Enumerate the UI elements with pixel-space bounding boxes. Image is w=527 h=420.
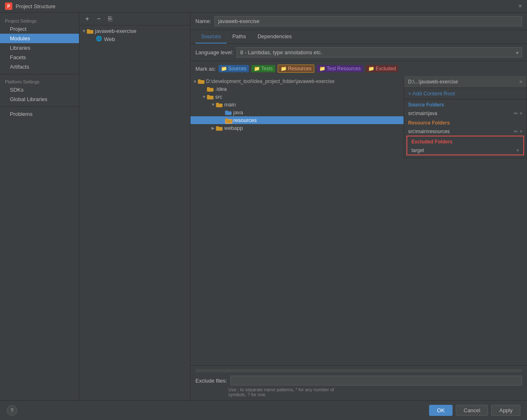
mark-as-label: Mark as:	[195, 66, 216, 72]
cancel-button[interactable]: Cancel	[456, 405, 488, 416]
source-entry-actions: ✏ ×	[514, 111, 522, 116]
sidebar-divider-2	[0, 106, 79, 107]
copy-module-button[interactable]: ⎘	[106, 14, 115, 23]
tree-item-web[interactable]: 🌐 Web	[79, 35, 190, 43]
name-input[interactable]	[214, 16, 522, 26]
bottom-bar: Exclude files: Use ; to separate name pa…	[190, 365, 527, 400]
sidebar-item-sdks[interactable]: SDKs	[0, 85, 79, 95]
project-settings-section: Project Settings	[0, 16, 79, 24]
module-tree-area: ▼ javaweb-exercise 🌐 Web	[79, 25, 190, 400]
remove-module-button[interactable]: −	[94, 14, 103, 23]
sidebar-item-problems[interactable]: Problems	[0, 109, 79, 119]
add-module-button[interactable]: +	[83, 14, 92, 23]
sidebar-item-libraries[interactable]: Libraries	[0, 43, 79, 53]
exclude-row: Exclude files:	[195, 376, 522, 385]
window-title: Project Structure	[16, 3, 56, 9]
java-folder-icon	[225, 110, 232, 115]
dialog-footer: ? OK Cancel Apply	[0, 400, 527, 420]
root-collapse-icon: ▼	[192, 79, 198, 84]
excluded-folders-box: Excluded Folders target ×	[406, 136, 524, 155]
mark-as-row: Mark as: 📁 Sources 📁 Tests 📁 Resources 📁…	[190, 61, 527, 76]
popup-header: D:\...\javaweb-exercise ×	[404, 76, 527, 88]
folder-icon	[87, 29, 93, 34]
resource-folders-entry: src\main\resources ✏ ×	[404, 127, 527, 136]
tests-folder-icon: 📁	[254, 66, 260, 72]
badge-sources[interactable]: 📁 Sources	[218, 65, 249, 72]
root-folder-icon	[198, 79, 204, 84]
tree-toolbar: + − ⎘	[79, 13, 190, 25]
popup-panel: D:\...\javaweb-exercise × + Add Content …	[404, 76, 527, 158]
test-resources-folder-icon: 📁	[319, 66, 325, 72]
sidebar-item-artifacts[interactable]: Artifacts	[0, 62, 79, 72]
main-collapse-icon: ▼	[210, 102, 216, 107]
resources-folder-icon: 📁	[281, 66, 287, 72]
webapp-folder-icon	[216, 126, 223, 131]
language-level-select-wrapper: 8 - Lambdas, type annotations etc. ▾	[237, 47, 522, 58]
excluded-folders-header: Excluded Folders	[407, 136, 523, 146]
excluded-folder-icon: 📁	[368, 66, 374, 72]
help-button[interactable]: ?	[7, 405, 17, 416]
badge-test-resources[interactable]: 📁 Test Resources	[317, 65, 363, 72]
sidebar: Project Settings Project Modules Librari…	[0, 13, 79, 400]
name-row: Name:	[190, 13, 527, 30]
content-panel: Name: Sources Paths Dependencies Languag…	[190, 13, 527, 400]
resource-entry-actions: ✏ ×	[514, 129, 522, 134]
exclude-files-label: Exclude files:	[195, 378, 227, 384]
remove-source-icon[interactable]: ×	[520, 111, 522, 116]
collapse-arrow-icon: ▼	[81, 29, 87, 33]
badge-resources[interactable]: 📁 Resources	[278, 65, 314, 73]
excluded-folders-entry: target ×	[407, 146, 523, 155]
edit-source-icon[interactable]: ✏	[514, 111, 518, 116]
language-level-select[interactable]: 8 - Lambdas, type annotations etc.	[237, 47, 522, 58]
tab-sources[interactable]: Sources	[195, 30, 227, 44]
tree-item-root[interactable]: ▼ javaweb-exercise	[79, 27, 190, 35]
sidebar-item-facets[interactable]: Facets	[0, 53, 79, 62]
remove-resource-icon[interactable]: ×	[520, 129, 522, 134]
popup-close-button[interactable]: ×	[519, 78, 522, 85]
webapp-expand-icon: ▶	[210, 126, 216, 130]
source-folders-entry-java: src\main\java ✏ ×	[404, 109, 527, 118]
main-folder-icon	[216, 102, 223, 107]
apply-button[interactable]: Apply	[491, 405, 520, 416]
name-label: Name:	[195, 18, 211, 24]
tab-dependencies[interactable]: Dependencies	[252, 30, 297, 44]
close-button[interactable]: ×	[518, 2, 522, 10]
main-content: Project Settings Project Modules Librari…	[0, 13, 527, 400]
sidebar-item-project[interactable]: Project	[0, 24, 79, 34]
add-content-root-button[interactable]: + Add Content Root	[404, 88, 527, 99]
sidebar-divider	[0, 74, 79, 74]
src-folder-icon	[207, 95, 214, 99]
resource-folders-header: Resource Folders	[404, 118, 527, 127]
edit-resource-icon[interactable]: ✏	[514, 129, 518, 134]
app-icon: P	[5, 2, 12, 10]
module-tree-panel: + − ⎘ ▼ javaweb-exercise 🌐 Web	[79, 13, 190, 400]
platform-settings-section: Platform Settings	[0, 77, 79, 85]
web-icon: 🌐	[96, 36, 102, 42]
language-level-row: Language level: 8 - Lambdas, type annota…	[190, 44, 527, 61]
badge-tests[interactable]: 📁 Tests	[251, 65, 275, 72]
exclude-hint: Use ; to separate name patterns, * for a…	[195, 387, 522, 397]
horizontal-scrollbar[interactable]	[195, 369, 522, 372]
source-folders-header: Source Folders	[404, 99, 527, 109]
idea-folder-icon	[207, 87, 214, 92]
resources-folder-icon	[225, 118, 232, 123]
exclude-files-input[interactable]	[230, 376, 522, 385]
remove-excluded-icon[interactable]: ×	[516, 148, 519, 153]
tabs-row: Sources Paths Dependencies	[190, 30, 527, 44]
sidebar-item-modules[interactable]: Modules	[0, 34, 79, 43]
ok-button[interactable]: OK	[429, 405, 453, 416]
sidebar-item-global-libraries[interactable]: Global Libraries	[0, 95, 79, 104]
popup-title: D:\...\javaweb-exercise	[408, 79, 458, 85]
tab-paths[interactable]: Paths	[227, 30, 252, 44]
sources-area: ▼ D:\development_tool\Idea_project_folde…	[190, 76, 527, 365]
language-level-label: Language level:	[195, 49, 233, 55]
src-collapse-icon: ▼	[201, 95, 207, 99]
excluded-entry-actions: ×	[516, 148, 519, 153]
badge-excluded[interactable]: 📁 Excluded	[366, 65, 398, 72]
title-bar: P Project Structure ×	[0, 0, 527, 13]
sources-folder-icon: 📁	[221, 66, 227, 72]
